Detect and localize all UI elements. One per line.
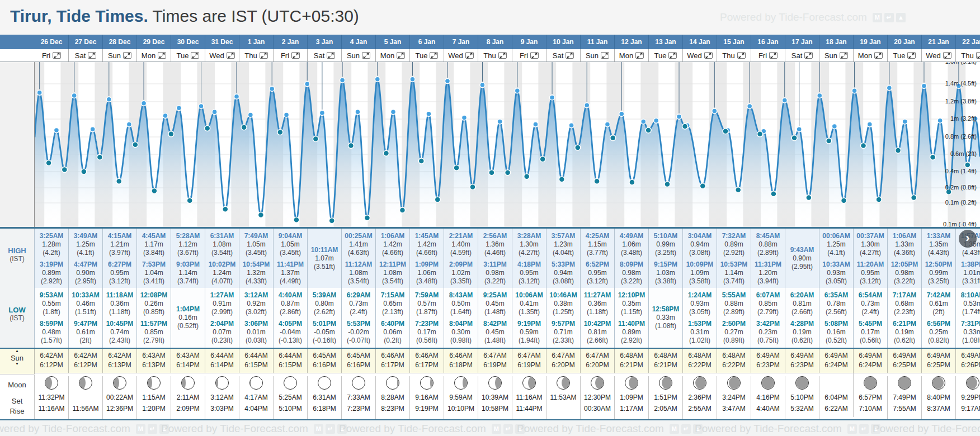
- low-tide-entry: 7:42AM0.61m(2ft): [922, 291, 955, 316]
- scroll-right-button[interactable]: ›: [959, 230, 977, 248]
- high-tide-entry: 7:32AM0.89m(2.92ft): [717, 232, 751, 257]
- weekday-label: Fri: [42, 51, 50, 60]
- weekday-cell: Sun: [342, 49, 376, 61]
- high-tide-entry: 11:41PM1.37m(4.49ft): [274, 260, 307, 286]
- expand-day-button[interactable]: [191, 52, 199, 59]
- low-tide-height-ft: (3.05ft): [683, 308, 717, 316]
- weekday-label: Tue: [654, 51, 667, 60]
- expand-day-button[interactable]: [601, 52, 609, 59]
- watermark-text: Powered by Tide-Forecast.com: [0, 423, 130, 435]
- low-tide-marker: [470, 184, 475, 190]
- expand-day-button[interactable]: [907, 52, 916, 59]
- date-header-cell: 18 Jan: [819, 35, 854, 49]
- expand-day-button[interactable]: [976, 52, 980, 59]
- low-tide-time: 5:53PM: [342, 320, 375, 328]
- sun-times-cell: 6:47AM6:20PM: [581, 348, 615, 373]
- expand-day-button[interactable]: [635, 52, 644, 59]
- low-tide-entry: 2:50PM0.27m(0.89ft): [717, 320, 751, 345]
- sunrise-time: 6:49AM: [888, 351, 921, 361]
- low-tide-height-m: 0.41m: [512, 300, 546, 308]
- low-tide-height-ft: (1.08ft): [956, 337, 980, 345]
- moon-cell: 11:53AM: [546, 376, 581, 419]
- expand-day-button[interactable]: [840, 52, 848, 59]
- expand-day-button[interactable]: [804, 52, 813, 59]
- weekday-cell: Tue: [171, 49, 205, 61]
- low-tide-time: 9:47PM: [69, 320, 102, 328]
- low-tide-cell: 7:17AM0.68m(2.23ft)6:21PM0.19m(0.62ft): [888, 288, 922, 348]
- high-label: HIGH: [0, 247, 34, 255]
- expand-day-button[interactable]: [291, 52, 300, 59]
- low-tide-time: 7:31PM: [956, 320, 980, 328]
- watermark-icon: M: [136, 424, 145, 434]
- footer-watermark: Powered by Tide-Forecast.comM↵▲: [873, 423, 980, 435]
- weekday-cell: Sun: [819, 49, 854, 61]
- high-tide-time: 12:50PM: [922, 260, 955, 269]
- high-tide-time: 10:11AM: [308, 246, 341, 254]
- low-tide-height-m: 0.53m: [956, 300, 980, 308]
- watermark-icon: ↵: [859, 424, 869, 434]
- expand-day-button[interactable]: [397, 52, 405, 59]
- high-tide-time: 2:09PM: [444, 260, 478, 269]
- sun-times-cell: 6:42AM6:13PM: [103, 348, 137, 373]
- weekday-label: Sun: [824, 51, 837, 60]
- expand-day-button[interactable]: [430, 52, 438, 59]
- expand-day-button[interactable]: [88, 52, 96, 59]
- low-tide-entry: 5:53PM-0.02m(-0.07ft): [342, 320, 375, 345]
- low-tide-time: 6:35AM: [819, 291, 853, 300]
- weekday-label: Thu: [244, 51, 257, 60]
- watermark-icon: M: [670, 424, 679, 434]
- day-column: 00:25AM1.41m(4.63ft)11:12AM1.08m(3.54ft)…: [342, 229, 376, 419]
- low-tide-marker: [62, 167, 67, 173]
- expand-day-button[interactable]: [227, 52, 235, 59]
- low-tide-cell: 6:29AM0.73m(2.4ft)5:53PM-0.02m(-0.07ft): [342, 288, 376, 348]
- sunset-time: 6:15PM: [274, 361, 307, 370]
- high-tide-height-m: 1.30m: [854, 240, 887, 249]
- date-header-cell: 27 Dec: [69, 35, 103, 49]
- expand-day-button[interactable]: [465, 52, 474, 59]
- moonset-time: 12:30PM: [581, 392, 614, 403]
- expand-day-button[interactable]: [737, 52, 746, 59]
- moon-phase-icon: [318, 376, 331, 390]
- expand-day-button[interactable]: [123, 52, 131, 59]
- low-tide-height-m: 0.27m: [717, 328, 751, 337]
- expand-day-button[interactable]: [704, 52, 713, 59]
- high-tide-height-ft: (3.97ft): [103, 249, 136, 257]
- expand-day-button[interactable]: [260, 52, 268, 59]
- high-tide-cell: 2:56AM1.36m(4.46ft)3:11PM0.98m(3.22ft): [478, 229, 512, 288]
- expand-day-button[interactable]: [327, 52, 335, 59]
- low-tide-entry: 7:15AM0.65m(2.13ft): [376, 291, 409, 316]
- low-tide-height-m: 0.71m: [546, 328, 580, 337]
- expand-day-button[interactable]: [668, 52, 677, 59]
- high-tide-entry: 3:19PM0.89m(2.92ft): [35, 260, 68, 286]
- high-tide-marker: [248, 112, 253, 117]
- expand-day-button[interactable]: [874, 52, 883, 59]
- moonrise-time: 11:44PM: [512, 403, 546, 414]
- expand-day-button[interactable]: [769, 52, 778, 59]
- high-tide-entry: 6:27PM0.95m(3.12ft): [103, 260, 136, 286]
- expand-day-button[interactable]: [53, 52, 61, 59]
- high-tide-time: 4:47PM: [69, 260, 102, 269]
- day-column: 10:11AM1.07m(3.51ft)5:39AM0.80m(2.62ft)5…: [308, 229, 342, 419]
- high-tide-entries: 3:04AM0.94m(3.08ft)10:09PM1.09m(3.58ft): [683, 229, 717, 288]
- low-tide-height-ft: (2.66ft): [785, 308, 819, 316]
- high-tide-height-m: 0.95m: [581, 269, 614, 277]
- expand-day-button[interactable]: [362, 52, 370, 59]
- expand-day-button[interactable]: [158, 52, 166, 59]
- high-tide-entry: 4:49AM1.06m(3.48ft): [615, 232, 648, 257]
- high-tide-marker: [887, 86, 892, 91]
- high-tide-height-m: 1.08m: [205, 240, 239, 249]
- expand-day-button[interactable]: [943, 52, 951, 59]
- low-tide-height-m: 0.73m: [342, 300, 375, 308]
- expand-day-button[interactable]: [530, 52, 539, 59]
- expand-day-button[interactable]: [498, 52, 507, 59]
- high-tide-marker: [390, 110, 395, 115]
- date-header-cell: 8 Jan: [478, 35, 512, 49]
- expand-day-button[interactable]: [566, 52, 574, 59]
- day-column: 1:57AM1.35m(4.43ft)1:38PM1.01m(3.31ft)8:…: [956, 229, 980, 419]
- moon-cell: 11:56AM: [69, 376, 103, 419]
- sun-times-cell: 6:45AM6:16PM: [308, 348, 342, 373]
- low-tide-height-m: 0.61m: [922, 300, 955, 308]
- sunrise-time: 6:49AM: [956, 351, 980, 361]
- chart-top-border: [0, 61, 980, 62]
- high-tide-entry: 6:52PM0.95m(3.12ft): [581, 260, 614, 286]
